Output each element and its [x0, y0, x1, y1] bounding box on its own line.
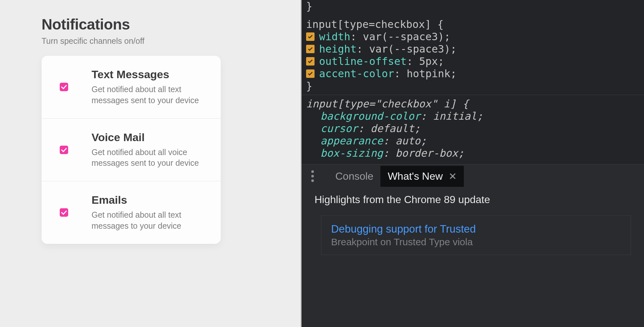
notification-item-text-messages: Text Messages Get notified about all tex… [42, 56, 221, 119]
whats-new-article[interactable]: Debugging support for Trusted Breakpoint… [321, 215, 631, 255]
tab-console[interactable]: Console [328, 166, 380, 187]
item-text: Voice Mail Get notified about all voice … [92, 131, 202, 169]
check-icon [307, 71, 313, 77]
kebab-menu-icon[interactable] [311, 170, 314, 182]
page-subtitle: Turn specific channels on/off [42, 36, 144, 46]
check-icon [307, 46, 313, 52]
item-title: Emails [92, 194, 202, 206]
devtools-panel: } input[type=checkbox] { width: var(--sp… [302, 0, 644, 327]
devtools-drawer: Console What's New ✕ Highlights from the… [302, 164, 644, 327]
checkbox-emails[interactable] [60, 208, 68, 217]
close-icon[interactable]: ✕ [449, 171, 457, 182]
css-declaration[interactable]: accent-color: hotpink; [306, 67, 644, 80]
rule-divider [302, 95, 644, 95]
css-declaration-ua: background-color: initial; [306, 110, 644, 122]
css-declaration[interactable]: outline-offset: 5px; [306, 55, 644, 67]
item-desc: Get notified about all text messages sen… [92, 84, 202, 106]
article-title: Debugging support for Trusted [331, 223, 621, 235]
item-text: Emails Get notified about all text messa… [92, 194, 202, 232]
css-selector-ua: input[type="checkbox" i] { [306, 98, 644, 110]
declaration-toggle[interactable] [306, 45, 315, 53]
page-title: Notifications [42, 16, 144, 33]
notification-item-emails: Emails Get notified about all text messa… [42, 181, 221, 244]
drawer-heading: Highlights from the Chrome 89 update [315, 194, 631, 206]
declaration-toggle[interactable] [306, 32, 315, 41]
styles-pane[interactable]: } input[type=checkbox] { width: var(--sp… [302, 0, 644, 164]
css-declaration-ua: box-sizing: border-box; [306, 147, 644, 159]
tab-label: What's New [388, 170, 443, 182]
checkbox-voice-mail[interactable] [60, 146, 68, 154]
item-title: Text Messages [92, 68, 202, 81]
page-heading: Notifications Turn specific channels on/… [42, 16, 144, 46]
check-icon [307, 34, 313, 40]
css-brace: } [306, 0, 644, 12]
css-declaration[interactable]: width: var(--space3); [306, 30, 644, 43]
item-text: Text Messages Get notified about all tex… [92, 68, 202, 106]
check-icon [307, 58, 313, 64]
css-brace: } [306, 80, 644, 92]
item-desc: Get notified about all text messages to … [92, 210, 202, 232]
css-declaration-ua: appearance: auto; [306, 135, 644, 147]
declaration-toggle[interactable] [306, 69, 315, 78]
article-subtitle: Breakpoint on Trusted Type viola [331, 236, 621, 248]
declaration-toggle[interactable] [306, 57, 315, 66]
rendered-page: Notifications Turn specific channels on/… [0, 0, 302, 327]
css-declaration[interactable]: height: var(--space3); [306, 43, 644, 55]
drawer-body: Highlights from the Chrome 89 update Deb… [302, 188, 644, 255]
css-selector[interactable]: input[type=checkbox] { [306, 18, 644, 30]
item-title: Voice Mail [92, 131, 202, 144]
notifications-card: Text Messages Get notified about all tex… [42, 56, 221, 244]
drawer-tabstrip: Console What's New ✕ [302, 164, 644, 188]
checkbox-text-messages[interactable] [60, 83, 68, 91]
tab-whats-new[interactable]: What's New ✕ [380, 166, 464, 187]
notification-item-voice-mail: Voice Mail Get notified about all voice … [42, 119, 221, 182]
item-desc: Get notified about all voice messages se… [92, 147, 202, 169]
css-declaration-ua: cursor: default; [306, 122, 644, 135]
tab-label: Console [335, 170, 373, 182]
